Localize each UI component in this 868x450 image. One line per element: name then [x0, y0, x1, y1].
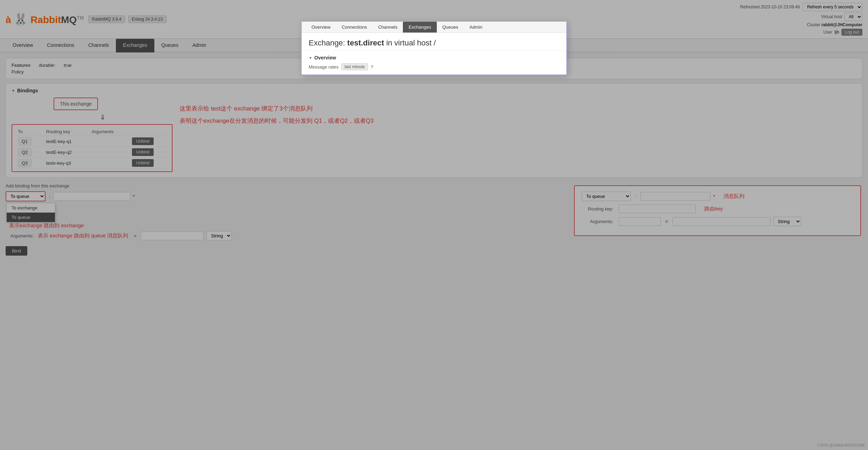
popup-nav-exchanges[interactable]: Exchanges — [403, 22, 436, 33]
question-mark[interactable]: ? — [371, 64, 373, 70]
popup-chevron-icon: ▼ — [309, 56, 312, 60]
popup-title-suffix: in virtual host / — [386, 38, 436, 47]
popup-title: Exchange: test.direct in virtual host / — [302, 33, 566, 51]
popup-nav-channels[interactable]: Channels — [372, 22, 403, 33]
message-rates-row: Message rates last minute ? — [309, 63, 559, 70]
popup-overview-title[interactable]: ▼ Overview — [309, 55, 559, 60]
popup-nav: Overview Connections Channels Exchanges … — [302, 22, 566, 33]
popup-nav-admin[interactable]: Admin — [464, 22, 488, 33]
message-rates-label: Message rates — [309, 64, 338, 70]
popup-overview-section: ▼ Overview Message rates last minute ? — [302, 51, 566, 74]
last-minute-badge[interactable]: last minute — [341, 63, 368, 70]
popup-overlay: Overview Connections Channels Exchanges … — [0, 0, 868, 261]
popup-exchange-name: test.direct — [347, 38, 384, 47]
popup-title-prefix: Exchange: — [309, 38, 345, 47]
popup-nav-queues[interactable]: Queues — [437, 22, 464, 33]
popup-box: Overview Connections Channels Exchanges … — [301, 21, 567, 75]
popup-overview-label: Overview — [314, 55, 336, 60]
popup-nav-overview[interactable]: Overview — [306, 22, 336, 33]
popup-nav-connections[interactable]: Connections — [336, 22, 372, 33]
